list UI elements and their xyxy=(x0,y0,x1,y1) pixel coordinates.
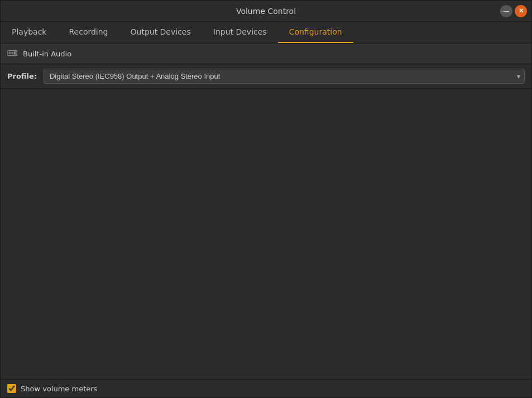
show-volume-meters-row: Show volume meters xyxy=(7,384,97,393)
svg-point-1 xyxy=(9,52,11,54)
tab-playback[interactable]: Playback xyxy=(1,22,57,43)
profile-row: Profile: Digital Stereo (IEC958) Output … xyxy=(1,64,531,89)
close-button[interactable]: ✕ xyxy=(515,5,527,17)
title-bar: Volume Control — ✕ xyxy=(1,1,531,22)
svg-rect-3 xyxy=(14,51,16,54)
tab-input-devices[interactable]: Input Devices xyxy=(202,22,278,43)
profile-label: Profile: xyxy=(7,72,37,80)
section-header-text: Built-in Audio xyxy=(23,50,71,58)
content-spacer xyxy=(1,89,531,379)
minimize-button[interactable]: — xyxy=(500,5,512,17)
audio-card-icon xyxy=(7,48,18,59)
profile-select[interactable]: Digital Stereo (IEC958) Output + Analog … xyxy=(44,69,525,84)
tab-output-devices[interactable]: Output Devices xyxy=(119,22,202,43)
show-volume-meters-checkbox[interactable] xyxy=(7,384,16,393)
svg-point-2 xyxy=(11,52,13,54)
window-title: Volume Control xyxy=(236,7,296,16)
bottom-bar: Show volume meters xyxy=(1,379,531,397)
volume-control-window: Volume Control — ✕ Playback Recording Ou… xyxy=(0,0,532,398)
tab-bar: Playback Recording Output Devices Input … xyxy=(1,22,531,44)
profile-select-wrapper: Digital Stereo (IEC958) Output + Analog … xyxy=(44,69,525,84)
content-area: Built-in Audio Profile: Digital Stereo (… xyxy=(1,44,531,379)
window-buttons: — ✕ xyxy=(500,5,527,17)
tab-recording[interactable]: Recording xyxy=(57,22,119,43)
show-volume-meters-label[interactable]: Show volume meters xyxy=(21,385,97,393)
section-header: Built-in Audio xyxy=(1,44,531,64)
tab-configuration[interactable]: Configuration xyxy=(278,22,353,43)
